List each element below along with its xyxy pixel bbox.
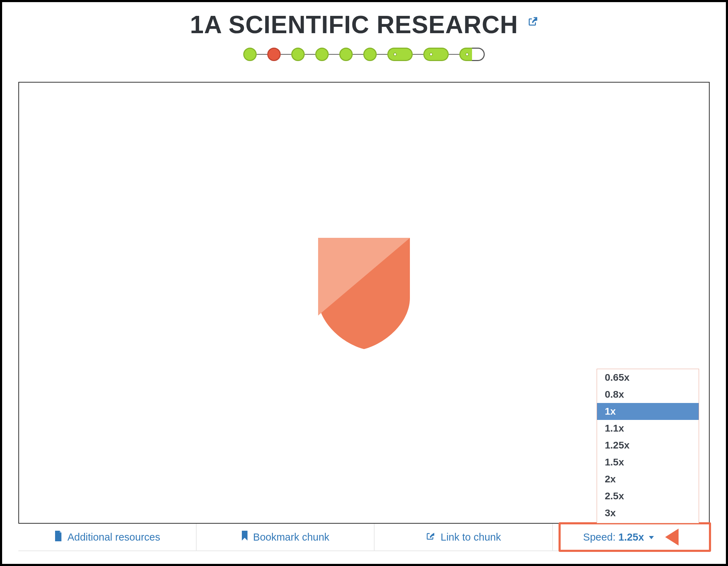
page-title: 1A SCIENTIFIC RESEARCH [190,11,518,39]
speed-option[interactable]: 0.65x [597,369,699,386]
progress-dot[interactable] [243,48,257,61]
speed-option[interactable]: 1.1x [597,420,699,437]
progress-capsule[interactable] [423,48,449,61]
speed-option[interactable]: 3x [597,505,699,522]
link-to-chunk-label: Link to chunk [441,531,501,543]
speed-button[interactable]: Speed: 1.25x [553,524,710,550]
speed-option[interactable]: 0.8x [597,386,699,403]
additional-resources-label: Additional resources [67,531,160,543]
file-icon [54,531,62,544]
speed-option[interactable]: 1x [597,403,699,420]
speed-option[interactable]: 1.5x [597,454,699,471]
pointer-arrow-icon [665,529,679,546]
title-row: 1A SCIENTIFIC RESEARCH [18,11,710,39]
share-icon[interactable] [527,16,538,28]
speed-option[interactable]: 1.25x [597,437,699,454]
progress-bar [18,47,710,64]
caret-down-icon [649,536,654,539]
additional-resources-button[interactable]: Additional resources [18,524,197,550]
progress-dot[interactable] [267,48,281,61]
progress-dot[interactable] [339,48,353,61]
progress-capsule[interactable] [459,48,485,61]
link-to-chunk-button[interactable]: Link to chunk [375,524,553,550]
bookmark-icon [241,531,248,544]
progress-capsule[interactable] [387,48,413,61]
toolbar: Additional resources Bookmark chunk Link… [18,524,710,551]
speed-value: 1.25x [619,531,644,543]
progress-dot[interactable] [315,48,329,61]
speed-option[interactable]: 2.5x [597,488,699,505]
app-frame: 1A SCIENTIFIC RESEARCH 0.65x0.8x1x1.1x1.… [0,0,728,566]
bookmark-chunk-button[interactable]: Bookmark chunk [197,524,375,550]
speed-label: Speed: [583,531,616,543]
speed-menu[interactable]: 0.65x0.8x1x1.1x1.25x1.5x2x2.5x3x [597,369,699,523]
progress-dot[interactable] [363,48,377,61]
progress-dot[interactable] [291,48,305,61]
video-area[interactable]: 0.65x0.8x1x1.1x1.25x1.5x2x2.5x3x [18,82,710,524]
bookmark-chunk-label: Bookmark chunk [253,531,329,543]
speed-option[interactable]: 2x [597,471,699,488]
shield-icon [315,234,413,352]
share-icon [426,531,436,543]
